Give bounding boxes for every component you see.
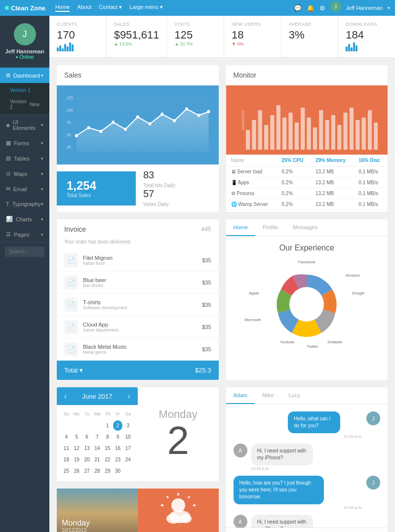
downloads-value: 184 [346, 29, 388, 41]
svg-point-17 [160, 113, 163, 116]
weather-photo: Monday 10/12/2013 [57, 489, 138, 532]
calendar-day[interactable]: 22 [103, 454, 112, 465]
calendar-day[interactable]: 19 [72, 454, 81, 465]
svg-rect-36 [331, 115, 335, 150]
monitor-row-icon: 🖥 [231, 169, 236, 174]
calendar-day[interactable]: 3 [123, 420, 133, 431]
sidebar-item-pages[interactable]: ☰Pages ▾ [0, 227, 49, 242]
chat-tab-lucy[interactable]: Lucy [281, 387, 307, 404]
monitor-panel-header: Monitor [226, 65, 388, 85]
nav-large-menu[interactable]: Large menu ▾ [129, 4, 163, 12]
chat-tab-adam[interactable]: Adam [226, 387, 255, 404]
sidebar-item-ui-elements[interactable]: ◈UI Elements ▾ [0, 115, 49, 135]
sidebar-item-charts[interactable]: 📊Charts ▾ [0, 211, 49, 227]
calendar-day[interactable]: 28 [92, 466, 102, 476]
charts-chevron: ▾ [41, 217, 43, 222]
monitor-th-name: Name [226, 155, 277, 166]
sidebar-dashboard-section: ⊞Dashboard ▾ Version 1 Version 2New [0, 68, 49, 115]
monitor-row-name: 🌐 Wamp Server [226, 199, 277, 210]
chat-tab-mike[interactable]: Mike [255, 387, 281, 404]
calendar-day[interactable]: 12 [72, 443, 81, 453]
calendar-day[interactable]: 2 [113, 420, 122, 431]
mini-bar [356, 45, 357, 51]
nav-about[interactable]: About [77, 4, 91, 12]
svg-point-54 [180, 514, 192, 523]
chat-icon[interactable]: 💬 [294, 4, 302, 12]
calendar-day[interactable]: 10 [123, 432, 133, 442]
bell-icon[interactable]: 🔔 [307, 4, 315, 12]
day-sa: Sa [123, 410, 133, 418]
calendar-day[interactable]: 20 [82, 454, 92, 465]
calendar-day[interactable]: 27 [82, 466, 92, 476]
sidebar-item-dashboard[interactable]: ⊞Dashboard ▾ [0, 68, 49, 83]
invoice-item: 📄 T-shirts Software development $35 [57, 294, 219, 316]
chat-bubble-sent-2: Hello, how are you? I just though you we… [234, 476, 363, 510]
svg-rect-23 [252, 120, 256, 150]
invoice-item-info: T-shirts Software development [83, 299, 202, 310]
pie-label-microsoft: Microsoft [244, 318, 260, 322]
sales-stat-num-hits: 83 [143, 169, 154, 181]
invoice-item-sub: Software development [83, 305, 202, 310]
calendar-day[interactable]: 7 [92, 432, 102, 442]
sidebar-version1[interactable]: Version 1 [0, 84, 49, 96]
invoice-subtitle: Your order has been delivered. [57, 239, 219, 249]
monitor-row-cpu: 0.2% [276, 177, 311, 188]
calendar-day[interactable]: 6 [82, 432, 92, 442]
svg-rect-37 [337, 125, 341, 150]
calendar-day[interactable]: 13 [82, 443, 92, 453]
search-input[interactable] [5, 246, 44, 257]
calendar-day[interactable]: 11 [62, 443, 71, 453]
sidebar-item-tables[interactable]: ▤Tables ▾ [0, 151, 49, 166]
monitor-chart: MARKERS [226, 85, 388, 155]
sidebar-version2[interactable]: Version 2New [0, 96, 49, 113]
user-name[interactable]: Jeff Hanneman [346, 5, 383, 11]
calendar-grid: Su Mo Tu We Th Fr Sa 1234567891011121314… [57, 405, 138, 481]
nav-home[interactable]: Home [55, 4, 70, 12]
monitor-row: 🖥 Server load 0.2% 13.2 MB 0.1 MB/s [226, 166, 388, 177]
calendar-prev[interactable]: ‹ [64, 392, 67, 400]
sidebar-item-typography[interactable]: TTypography ▾ [0, 197, 49, 211]
calendar-day[interactable]: 14 [92, 443, 102, 453]
calendar-day[interactable]: 16 [113, 443, 122, 453]
cal-monday-grid: ‹ June 2017 › Su Mo Tu We Th Fr [57, 387, 219, 481]
exp-tab-profile[interactable]: Profile [255, 219, 285, 236]
sidebar-item-email[interactable]: ✉Email ▾ [0, 181, 49, 197]
svg-rect-38 [343, 113, 347, 150]
svg-point-46 [171, 498, 185, 512]
calendar-day[interactable]: 30 [113, 466, 122, 476]
nav-contact[interactable]: Contact ▾ [99, 4, 122, 12]
visits-value: 125 [174, 29, 216, 41]
calendar-day[interactable]: 25 [62, 466, 71, 476]
calendar-day[interactable]: 4 [62, 432, 71, 442]
calendar-day[interactable]: 24 [123, 454, 133, 465]
mini-bar [353, 42, 355, 51]
calendar-day[interactable]: 8 [103, 432, 112, 442]
calendar-next[interactable]: › [128, 392, 130, 400]
chat-bubble-text-3: Hello, how are you? I just though you we… [234, 476, 324, 504]
gear-icon[interactable]: ⚙ [319, 4, 325, 12]
svg-text:100: 100 [67, 108, 74, 113]
average-label: AVERAGE [289, 22, 331, 27]
calendar-day[interactable]: 1 [103, 420, 112, 431]
monitor-row-icon: 📱 [231, 180, 237, 185]
invoice-total[interactable]: Total ▾ $25.3 [57, 361, 219, 380]
pie-label-dribbble: Dribbble [327, 340, 342, 344]
calendar-day[interactable]: 9 [113, 432, 122, 442]
calendar-day[interactable]: 5 [72, 432, 81, 442]
calendar-day[interactable]: 18 [62, 454, 71, 465]
sidebar-item-forms[interactable]: ▦Forms ▾ [0, 135, 49, 151]
calendar-day[interactable]: 23 [113, 454, 122, 465]
calendar-day[interactable]: 29 [103, 466, 112, 476]
calendar-day[interactable]: 15 [103, 443, 112, 453]
calendar-day[interactable]: 17 [123, 443, 133, 453]
calendar-day[interactable]: 21 [92, 454, 102, 465]
exp-tab-home[interactable]: Home [226, 219, 255, 236]
invoice-item-icon: 📄 [64, 320, 78, 334]
sales-panel: Sales 125 100 75 50 [57, 65, 219, 212]
day-su: Su [62, 410, 71, 418]
calendar-day [62, 420, 71, 431]
calendar-day[interactable]: 26 [72, 466, 81, 476]
invoice-item-info: Blue beer Bar-drinks [83, 277, 202, 288]
sidebar-item-maps[interactable]: ◎Maps ▾ [0, 166, 49, 181]
exp-tab-messages[interactable]: Messages [285, 219, 325, 236]
